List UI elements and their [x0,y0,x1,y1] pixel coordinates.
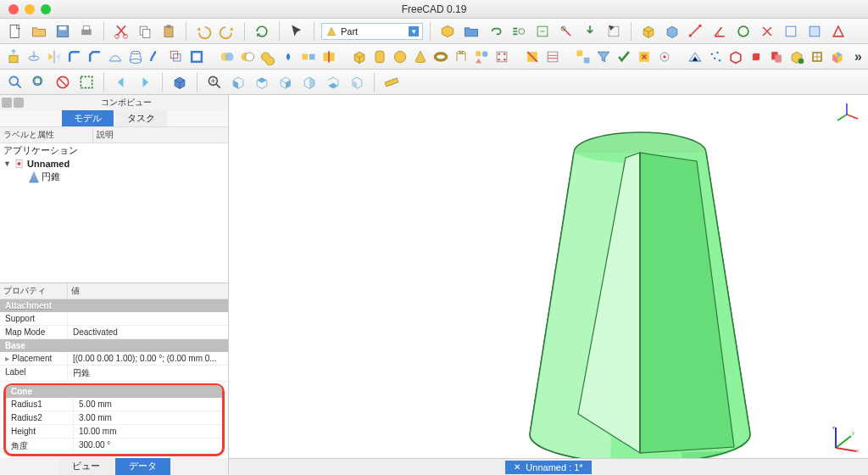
part-cube-icon[interactable] [437,21,458,42]
panel-close-icon[interactable] [2,98,12,108]
revolve-icon[interactable] [25,47,42,67]
refresh-icon[interactable] [252,21,272,42]
fillet-icon[interactable] [66,47,83,67]
prop-row-label[interactable]: Label円錐 [0,366,228,382]
prop-row-angle[interactable]: 角度300.00 ° [6,439,222,454]
measure-refresh-icon[interactable] [733,21,754,42]
prop-row-radius1[interactable]: Radius15.00 mm [6,398,222,411]
prop-row-height[interactable]: Height10.00 mm [6,425,222,439]
measure-linear-icon[interactable] [686,21,706,42]
tree-item-cone[interactable]: 円錐 [0,170,228,184]
section-icon[interactable] [524,47,541,67]
simple-copy-icon[interactable] [768,47,785,67]
extrude-icon[interactable] [5,47,22,67]
reverse-shape-icon[interactable] [748,47,765,67]
tree-expand-icon[interactable]: ▼ [3,159,12,168]
redo-icon[interactable] [217,21,237,42]
undo-icon[interactable] [193,21,214,42]
cut-bool-icon[interactable] [239,47,256,67]
thickness-icon[interactable] [188,47,205,67]
nav-prev-icon[interactable] [111,72,131,92]
link-import-icon[interactable] [580,21,600,42]
split-icon[interactable] [320,47,337,67]
document-tab[interactable]: ✕ Unnamed : 1* [505,461,591,474]
check-geometry-icon[interactable] [615,47,632,67]
tab-task[interactable]: タスク [115,110,167,126]
color-per-face-icon[interactable] [829,47,846,67]
link-select-icon[interactable] [604,21,624,42]
draw-style-icon[interactable] [53,72,73,92]
close-tab-icon[interactable]: ✕ [514,462,520,472]
view-right-icon[interactable] [275,72,296,92]
part-box2-icon[interactable] [662,21,682,42]
join-connect-icon[interactable] [300,47,317,67]
fit-all-icon[interactable] [5,72,25,92]
prop-row-radius2[interactable]: Radius23.00 mm [6,411,222,425]
cut-icon[interactable] [111,21,131,42]
zoom-all-icon[interactable] [204,72,225,92]
attachment-icon[interactable] [656,47,673,67]
view-bottom-icon[interactable] [323,72,343,92]
prop-row-placement[interactable]: ▸Placement[(0.00 0.00 1.00); 0.00 °; (0.… [0,352,228,366]
workbench-selector[interactable]: Part ▾ [321,23,423,40]
measure-delta-icon[interactable] [828,21,849,42]
prop-row-mapmode[interactable]: Map ModeDeactivated [0,326,228,339]
chamfer-icon[interactable] [86,47,103,67]
toolbar-overflow-icon[interactable]: » [849,49,867,64]
loft-icon[interactable] [127,47,144,67]
print-icon[interactable] [76,21,97,42]
measure-distance-icon[interactable] [381,72,402,92]
link-icon[interactable] [485,21,505,42]
model-tree[interactable]: アプリケーション ▼ Unnamed 円錐 [0,143,228,283]
cursor-icon[interactable] [287,21,307,42]
view-rear-icon[interactable] [299,72,320,92]
open-file-icon[interactable] [29,21,49,42]
link-replace-icon[interactable] [532,21,553,42]
element-copy-icon[interactable] [809,47,826,67]
prop-row-support[interactable]: Support [0,312,228,326]
box-primitive-icon[interactable] [351,47,368,67]
convert-to-solid-icon[interactable] [727,47,744,67]
cylinder-primitive-icon[interactable] [371,47,388,67]
part-box-icon[interactable] [638,21,659,42]
fuse-icon[interactable] [259,47,276,67]
fit-selection-icon[interactable] [29,72,49,92]
sweep-icon[interactable] [147,47,164,67]
view-front-icon[interactable] [228,72,248,92]
new-file-icon[interactable] [5,21,25,42]
tube-primitive-icon[interactable] [453,47,470,67]
tab-view[interactable]: ビュー [58,458,114,475]
refine-shape-icon[interactable] [788,47,805,67]
measure-toggle3d-icon[interactable] [804,21,825,42]
builder-icon[interactable] [493,47,510,67]
torus-primitive-icon[interactable] [432,47,449,67]
link-array-icon[interactable] [509,21,529,42]
cone-primitive-icon[interactable] [412,47,429,67]
link-unlink-icon[interactable] [556,21,576,42]
compound-filter-icon[interactable] [595,47,612,67]
measure-toggle-icon[interactable] [781,21,801,42]
save-file-icon[interactable] [53,21,73,42]
group-folder-icon[interactable] [461,21,481,42]
bounding-box-icon[interactable] [76,72,97,92]
view-top-icon[interactable] [252,72,272,92]
shape-from-mesh-icon[interactable] [687,47,704,67]
sphere-primitive-icon[interactable] [392,47,409,67]
cross-sections-icon[interactable] [544,47,561,67]
3d-viewport[interactable]: x y z ✕ Unnamed : 1* [229,95,868,475]
tab-model[interactable]: モデル [62,110,114,126]
offset-icon[interactable] [168,47,185,67]
isometric-icon[interactable] [170,72,190,92]
measure-angular-icon[interactable] [709,21,730,42]
boolean-icon[interactable] [219,47,236,67]
common-icon[interactable] [280,47,297,67]
mirror-icon[interactable] [46,47,63,67]
tree-document[interactable]: ▼ Unnamed [0,158,228,170]
points-from-mesh-icon[interactable] [707,47,724,67]
compound-icon[interactable] [575,47,592,67]
view-left-icon[interactable] [347,72,367,92]
defeaturing-icon[interactable] [636,47,653,67]
panel-float-icon[interactable] [14,98,24,108]
primitives-more-icon[interactable] [473,47,490,67]
copy-icon[interactable] [135,21,155,42]
